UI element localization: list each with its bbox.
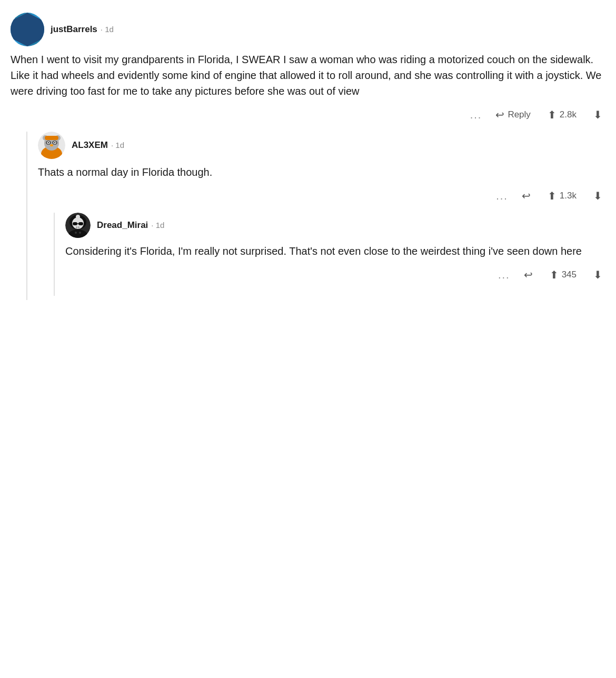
username-dread-mirai: Dread_Mirai· 1d [97, 220, 164, 231]
downvote-button-c2[interactable]: ⬇ [590, 187, 605, 204]
downvote-icon-c3: ⬇ [593, 268, 602, 281]
downvote-button-c1[interactable]: ⬇ [590, 106, 605, 123]
svg-rect-24 [73, 222, 77, 225]
svg-point-32 [79, 232, 81, 234]
reply-button-c2[interactable]: ↩ [519, 187, 534, 204]
reply-indent-c3: Dread_Mirai· 1d Considering it's Florida… [54, 213, 605, 296]
avatar-justbarrels: ♪ [11, 13, 44, 46]
comment-text-c2: Thats a normal day in Florida though. [38, 164, 605, 180]
svg-point-4 [28, 25, 31, 28]
username-al3xem: AL3XEM· 1d [72, 140, 124, 151]
svg-point-15 [48, 142, 49, 143]
action-bar-c3: ... ↩ ⬆ 345 ⬇ [65, 266, 605, 283]
more-options-c1[interactable]: ... [470, 109, 482, 121]
svg-point-2 [21, 21, 34, 34]
comment-c2: AL3XEM· 1d Thats a normal day in Florida… [38, 132, 605, 296]
downvote-icon-c2: ⬇ [593, 190, 602, 202]
reply-icon-c1: ↩ [495, 108, 504, 121]
avatar-dread-mirai [65, 213, 91, 238]
reply-button-c1[interactable]: ↩ Reply [492, 106, 533, 123]
svg-rect-28 [78, 226, 80, 228]
comment-header-c2: AL3XEM· 1d [38, 132, 605, 159]
upvote-icon-c1: ⬆ [548, 108, 557, 121]
action-bar-c2: ... ↩ ⬆ 1.3k ⬇ [38, 187, 605, 204]
svg-marker-0 [14, 14, 41, 45]
more-options-c2[interactable]: ... [496, 190, 508, 202]
upvote-button-c1[interactable]: ⬆ 2.8k [544, 106, 580, 123]
upvote-button-c3[interactable]: ⬆ 345 [547, 266, 580, 283]
upvote-icon-c2: ⬆ [548, 190, 557, 202]
reply-indent-c2: AL3XEM· 1d Thats a normal day in Florida… [26, 132, 605, 300]
username-justbarrels: justBarrels· 1d [51, 24, 114, 35]
action-bar-c1: ... ↩ Reply ⬆ 2.8k ⬇ [11, 106, 605, 123]
svg-point-31 [75, 232, 77, 234]
reply-icon-c2: ↩ [522, 190, 531, 202]
svg-rect-25 [78, 222, 83, 225]
svg-marker-1 [15, 15, 39, 44]
downvote-button-c3[interactable]: ⬇ [590, 266, 605, 283]
more-options-c3[interactable]: ... [498, 269, 510, 281]
svg-point-16 [54, 142, 55, 143]
comment-header-c3: Dread_Mirai· 1d [65, 213, 605, 238]
svg-point-29 [76, 215, 80, 219]
avatar-al3xem [38, 132, 65, 159]
svg-text:♪: ♪ [24, 14, 27, 20]
comments-container: ♪ justBarrels· 1d When I went to visit m… [11, 13, 605, 300]
reply-icon-c3: ↩ [524, 268, 533, 281]
svg-rect-20 [45, 136, 58, 140]
comment-text-c3: Considering it's Florida, I'm really not… [65, 243, 605, 259]
svg-point-5 [25, 26, 26, 28]
svg-point-6 [29, 26, 31, 28]
comment-text-c1: When I went to visit my grandparents in … [11, 52, 605, 99]
comment-c1: ♪ justBarrels· 1d When I went to visit m… [11, 13, 605, 300]
reply-button-c3[interactable]: ↩ [521, 266, 536, 283]
comment-header-c1: ♪ justBarrels· 1d [11, 13, 605, 46]
downvote-icon-c1: ⬇ [593, 108, 602, 121]
svg-point-17 [50, 144, 53, 146]
svg-point-3 [24, 25, 27, 28]
upvote-button-c2[interactable]: ⬆ 1.3k [544, 187, 580, 204]
upvote-icon-c3: ⬆ [550, 268, 559, 281]
svg-rect-27 [76, 226, 77, 228]
comment-c3: Dread_Mirai· 1d Considering it's Florida… [65, 213, 605, 292]
